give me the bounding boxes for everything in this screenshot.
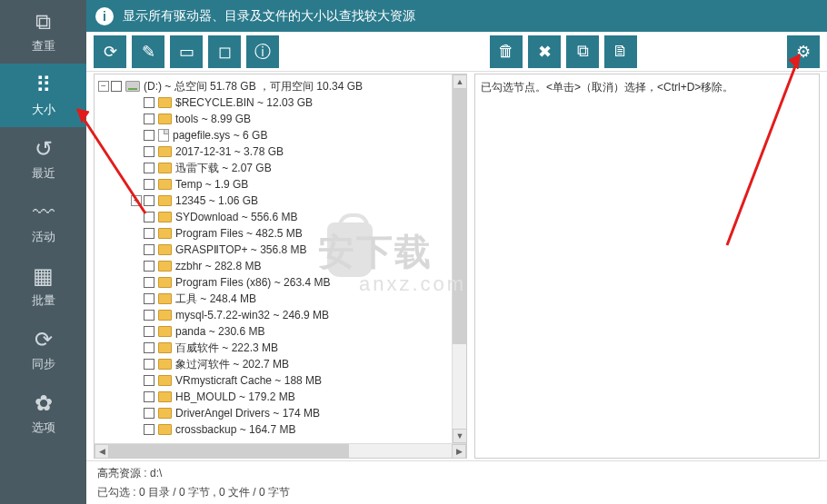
fullscreen-icon: ◻	[218, 42, 232, 62]
row-checkbox-12[interactable]	[144, 293, 154, 304]
info-button[interactable]: ⓘ	[246, 35, 279, 68]
close-button[interactable]: ✖	[528, 35, 561, 68]
tree-row-19[interactable]: DriverAngel Drivers ~ 174 MB	[96, 405, 464, 421]
row-checkbox-17[interactable]	[144, 375, 154, 386]
tree-row-20[interactable]: crossbackup ~ 164.7 MB	[96, 421, 464, 438]
copy-button[interactable]: ⧉	[566, 35, 599, 68]
row-checkbox-3[interactable]	[144, 146, 154, 157]
row-label-13: mysql-5.7.22-win32 ~ 246.9 MB	[175, 309, 329, 321]
open-button[interactable]: ▭	[170, 35, 203, 68]
tree-row-13[interactable]: mysql-5.7.22-win32 ~ 246.9 MB	[96, 307, 464, 323]
sidebar: ⧉查重⠿大小↺最近〰活动▦批量⟳同步✿选项	[0, 0, 86, 504]
sidebar-item-6[interactable]: ✿选项	[0, 381, 86, 445]
row-label-11: Program Files (x86) ~ 263.4 MB	[175, 276, 330, 289]
file-icon: 🗎	[613, 42, 629, 61]
sidebar-icon-4: ▦	[33, 263, 54, 289]
vscroll-track[interactable]	[453, 89, 466, 429]
row-label-4: 迅雷下载 ~ 2.07 GB	[175, 161, 272, 176]
hscroll-thumb[interactable]	[109, 444, 349, 459]
row-checkbox-20[interactable]	[144, 424, 154, 435]
row-label-8: Program Files ~ 482.5 MB	[175, 227, 303, 240]
row-checkbox-18[interactable]	[144, 391, 154, 402]
file-button[interactable]: 🗎	[604, 35, 637, 68]
row-checkbox-6[interactable]	[144, 195, 154, 206]
fullscreen-button[interactable]: ◻	[208, 35, 241, 68]
sidebar-icon-5: ⟳	[35, 327, 53, 352]
tree-row-5[interactable]: Temp ~ 1.9 GB	[96, 176, 464, 193]
tree-row-8[interactable]: Program Files ~ 482.5 MB	[96, 225, 464, 242]
drive-checkbox[interactable]	[111, 81, 122, 92]
row-checkbox-4[interactable]	[144, 163, 154, 173]
row-checkbox-8[interactable]	[144, 228, 154, 239]
refresh-button[interactable]: ⟳	[94, 35, 126, 68]
scroll-down-button[interactable]: ▼	[453, 429, 467, 443]
tree-row-1[interactable]: tools ~ 8.99 GB	[96, 111, 464, 127]
folder-icon	[158, 326, 172, 337]
horizontal-scrollbar[interactable]: ◀ ▶	[95, 443, 466, 458]
row-checkbox-0[interactable]	[144, 97, 154, 108]
settings-button[interactable]: ⚙	[787, 35, 820, 68]
row-checkbox-13[interactable]	[144, 310, 154, 321]
tree-row-17[interactable]: VRmysticraft Cache ~ 188 MB	[96, 372, 464, 389]
tree-row-0[interactable]: $RECYCLE.BIN ~ 12.03 GB	[96, 94, 464, 111]
row-label-1: tools ~ 8.99 GB	[175, 113, 251, 125]
folder-icon	[158, 261, 172, 272]
row-checkbox-5[interactable]	[144, 179, 154, 190]
sidebar-label-2: 最近	[32, 165, 55, 182]
folder-icon	[158, 97, 172, 108]
vscroll-thumb[interactable]	[453, 89, 466, 344]
sidebar-item-0[interactable]: ⧉查重	[0, 0, 86, 64]
sidebar-item-3[interactable]: 〰活动	[0, 191, 86, 254]
row-checkbox-10[interactable]	[144, 261, 154, 272]
tree-row-14[interactable]: panda ~ 230.6 MB	[96, 323, 464, 340]
sidebar-item-2[interactable]: ↺最近	[0, 127, 86, 191]
tree-row-12[interactable]: 工具 ~ 248.4 MB	[96, 291, 464, 307]
settings-icon: ⚙	[796, 42, 811, 62]
row-checkbox-16[interactable]	[144, 359, 154, 370]
row-checkbox-14[interactable]	[144, 326, 154, 337]
scroll-right-button[interactable]: ▶	[452, 444, 466, 459]
row-checkbox-19[interactable]	[144, 408, 154, 419]
row-label-15: 百威软件 ~ 222.3 MB	[175, 341, 278, 356]
tree-row-18[interactable]: HB_MOULD ~ 179.2 MB	[96, 389, 464, 405]
folder-icon	[158, 146, 172, 157]
row-label-3: 2017-12-31 ~ 3.78 GB	[175, 145, 284, 158]
tree-panel[interactable]: −(D:) ~ 总空间 51.78 GB ，可用空间 10.34 GB$RECY…	[94, 74, 467, 459]
sidebar-item-5[interactable]: ⟳同步	[0, 318, 86, 381]
scroll-up-button[interactable]: ▲	[453, 74, 467, 89]
expand-icon-6[interactable]: +	[131, 195, 142, 206]
tree-row-10[interactable]: zzbhr ~ 282.8 MB	[96, 258, 464, 274]
open-icon: ▭	[179, 42, 194, 62]
sidebar-icon-3: 〰	[33, 200, 55, 225]
tree-row-2[interactable]: pagefile.sys ~ 6 GB	[96, 127, 464, 143]
tree-row-16[interactable]: 象过河软件 ~ 202.7 MB	[96, 356, 464, 372]
row-checkbox-11[interactable]	[144, 277, 154, 288]
hscroll-track[interactable]	[109, 444, 452, 459]
tree-row-9[interactable]: GRASPⅡTOP+ ~ 356.8 MB	[96, 242, 464, 258]
row-checkbox-7[interactable]	[144, 212, 154, 222]
row-label-19: DriverAngel Drivers ~ 174 MB	[175, 407, 320, 420]
scroll-left-button[interactable]: ◀	[95, 444, 109, 459]
row-checkbox-2[interactable]	[144, 130, 154, 141]
drive-row[interactable]: −(D:) ~ 总空间 51.78 GB ，可用空间 10.34 GB	[96, 78, 464, 94]
row-checkbox-1[interactable]	[144, 114, 154, 124]
tree-row-11[interactable]: Program Files (x86) ~ 263.4 MB	[96, 274, 464, 291]
row-checkbox-15[interactable]	[144, 342, 154, 353]
info-banner: i 显示所有驱动器、目录及文件的大小以查找较大资源	[86, 0, 827, 32]
drive-collapse-icon[interactable]: −	[98, 81, 109, 92]
recycle-button[interactable]: 🗑	[490, 35, 523, 68]
vertical-scrollbar[interactable]: ▲ ▼	[452, 74, 466, 443]
tree-row-7[interactable]: SYDownload ~ 556.6 MB	[96, 209, 464, 225]
sidebar-item-1[interactable]: ⠿大小	[0, 64, 86, 127]
sidebar-label-5: 同步	[32, 356, 55, 372]
row-label-18: HB_MOULD ~ 179.2 MB	[175, 390, 295, 403]
edit-button[interactable]: ✎	[132, 35, 164, 68]
tree-row-3[interactable]: 2017-12-31 ~ 3.78 GB	[96, 143, 464, 160]
row-label-7: SYDownload ~ 556.6 MB	[175, 211, 297, 223]
tree-row-6[interactable]: +12345 ~ 1.06 GB	[96, 193, 464, 209]
sidebar-item-4[interactable]: ▦批量	[0, 254, 86, 318]
tree-row-15[interactable]: 百威软件 ~ 222.3 MB	[96, 340, 464, 356]
row-label-20: crossbackup ~ 164.7 MB	[175, 423, 295, 436]
tree-row-4[interactable]: 迅雷下载 ~ 2.07 GB	[96, 160, 464, 176]
row-checkbox-9[interactable]	[144, 244, 154, 255]
